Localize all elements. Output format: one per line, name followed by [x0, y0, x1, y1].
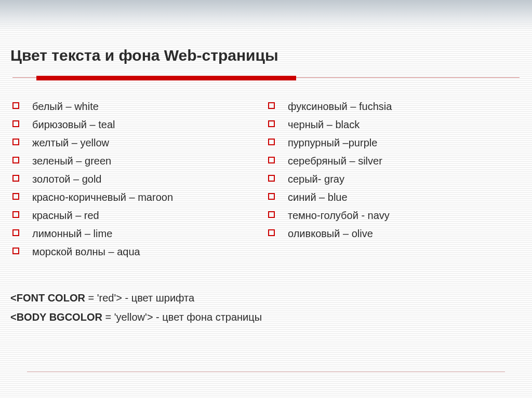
- list-item: серый- gray: [266, 170, 522, 188]
- list-item: фуксиновый – fuchsia: [266, 98, 522, 116]
- list-item: темно-голубой - navy: [266, 207, 522, 225]
- bottom-divider: [27, 372, 505, 372]
- right-list: фуксиновый – fuchsia черный – black пурп…: [266, 98, 522, 243]
- code-rest: = 'yellow'> - цвет фона страницы: [102, 311, 262, 323]
- code-tag: <BODY BGCOLOR: [10, 311, 102, 323]
- list-item: золотой – gold: [10, 170, 266, 188]
- list-item: белый – white: [10, 98, 266, 116]
- list-item: зеленый – green: [10, 152, 266, 170]
- list-item: черный – black: [266, 116, 522, 134]
- left-column: белый – white бирюзовый – teal желтый – …: [10, 98, 266, 261]
- list-item: бирюзовый – teal: [10, 116, 266, 134]
- list-item: морской волны – aqua: [10, 243, 266, 261]
- code-line-font: <FONT COLOR = 'red'> - цвет шрифта: [10, 292, 522, 304]
- code-examples: <FONT COLOR = 'red'> - цвет шрифта <BODY…: [10, 292, 522, 323]
- slide: Цвет текста и фона Web-страницы белый – …: [0, 0, 532, 398]
- content: Цвет текста и фона Web-страницы белый – …: [0, 0, 532, 323]
- code-rest: = 'red'> - цвет шрифта: [85, 292, 194, 304]
- list-item: лимонный – lime: [10, 225, 266, 243]
- list-item: синий – blue: [266, 188, 522, 207]
- list-item: пурпурный –purple: [266, 134, 522, 152]
- right-column: фуксиновый – fuchsia черный – black пурп…: [266, 98, 522, 261]
- list-item: оливковый – olive: [266, 225, 522, 243]
- list-item: красный – red: [10, 207, 266, 225]
- list-item: желтый – yellow: [10, 134, 266, 152]
- code-tag: <FONT COLOR: [10, 292, 85, 304]
- code-line-body: <BODY BGCOLOR = 'yellow'> - цвет фона ст…: [10, 311, 522, 323]
- thick-line: [36, 76, 296, 80]
- columns: белый – white бирюзовый – teal желтый – …: [10, 98, 522, 261]
- left-list: белый – white бирюзовый – teal желтый – …: [10, 98, 266, 261]
- list-item: красно-коричневый – maroon: [10, 188, 266, 207]
- title-underline: [10, 75, 522, 82]
- slide-title: Цвет текста и фона Web-страницы: [10, 47, 522, 64]
- list-item: серебряный – silver: [266, 152, 522, 170]
